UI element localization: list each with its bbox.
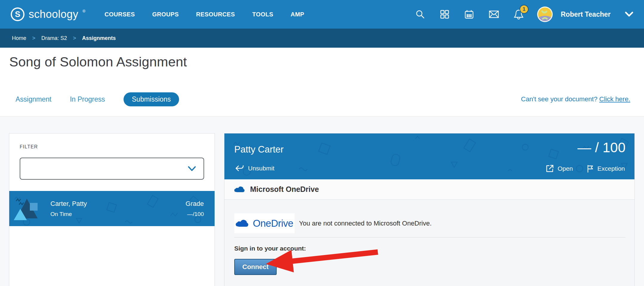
student-info: Carter, Patty On Time	[50, 200, 87, 217]
connect-button[interactable]: Connect	[234, 259, 277, 275]
onedrive-logo-cloud-icon	[235, 219, 250, 228]
open-label: Open	[557, 165, 573, 172]
grade-value: —/100	[186, 211, 204, 217]
filter-dropdown[interactable]	[20, 158, 204, 180]
help-link-text: Can't see your document?	[521, 95, 599, 103]
click-here-link[interactable]: Click here.	[599, 95, 630, 103]
breadcrumb: Home > Drama: S2 > Assignments	[0, 29, 644, 48]
top-navigation-bar: S schoology ® COURSES GROUPS RESOURCES T…	[0, 0, 644, 29]
grade-label: Grade	[186, 200, 204, 208]
messages-icon[interactable]	[489, 9, 499, 19]
account-chevron-down-icon[interactable]	[625, 12, 633, 17]
exception-label: Exception	[597, 165, 625, 172]
breadcrumb-separator: >	[32, 35, 36, 41]
assignment-thumbnail	[13, 195, 41, 223]
submission-actions: Open Exception	[546, 164, 625, 173]
divider	[234, 237, 625, 237]
onedrive-status-message: You are not connected to Microsoft OneDr…	[299, 220, 432, 227]
nav-item-groups[interactable]: GROUPS	[152, 11, 179, 18]
submission-header: Patty Carter Unsubmit — / 100	[224, 133, 634, 179]
nav-item-courses[interactable]: COURSES	[104, 11, 135, 18]
breadcrumb-course[interactable]: Drama: S2	[41, 35, 67, 41]
schoology-logo[interactable]: S schoology ®	[11, 7, 85, 22]
notification-badge: 1	[520, 5, 529, 14]
sign-in-label: Sign in to your account:	[234, 245, 625, 252]
unsubmit-button[interactable]: Unsubmit	[235, 164, 275, 172]
page-title: Song of Solomon Assignment	[9, 54, 187, 70]
calendar-icon[interactable]	[464, 9, 474, 19]
onedrive-connect-area: OneDrive You are not connected to Micros…	[224, 200, 634, 275]
tab-submissions[interactable]: Submissions	[124, 92, 179, 106]
undo-arrow-icon	[235, 164, 244, 172]
brand-name: schoology	[29, 7, 78, 22]
student-status: On Time	[50, 211, 87, 217]
onedrive-logo: OneDrive	[234, 213, 295, 233]
onedrive-cloud-icon	[234, 186, 246, 193]
breadcrumb-separator: >	[73, 35, 76, 41]
apps-grid-icon[interactable]	[440, 9, 450, 19]
onedrive-status-row: OneDrive You are not connected to Micros…	[234, 213, 625, 233]
schoology-s-icon: S	[11, 7, 24, 21]
student-filter-panel: FILTER	[9, 133, 215, 286]
breadcrumb-home[interactable]: Home	[12, 35, 26, 41]
open-external-icon	[546, 164, 554, 173]
unsubmit-label: Unsubmit	[248, 165, 275, 172]
nav-item-resources[interactable]: RESOURCES	[196, 11, 235, 18]
onedrive-section-title: Microsoft OneDrive	[250, 185, 319, 194]
chevron-down-icon	[187, 166, 196, 172]
student-row-carter-patty[interactable]: Carter, Patty On Time Grade —/100	[9, 191, 215, 226]
submission-score: — / 100	[577, 139, 625, 156]
student-name: Carter, Patty	[50, 200, 87, 208]
tab-in-progress[interactable]: In Progress	[70, 95, 105, 103]
nav-item-tools[interactable]: TOOLS	[252, 11, 273, 18]
submission-student-name: Patty Carter	[234, 144, 284, 155]
document-help-link: Can't see your document? Click here.	[521, 95, 630, 103]
search-icon[interactable]	[415, 9, 425, 19]
user-avatar[interactable]	[538, 7, 552, 21]
main-menu: COURSES GROUPS RESOURCES TOOLS AMP	[104, 11, 321, 18]
schoology-app: S schoology ® COURSES GROUPS RESOURCES T…	[0, 0, 644, 286]
nav-utilities: 1 Robert Teacher	[415, 7, 633, 21]
submission-panel: Patty Carter Unsubmit — / 100	[224, 133, 635, 286]
nav-item-amp[interactable]: AMP	[291, 11, 304, 18]
breadcrumb-assignments[interactable]: Assignments	[82, 35, 116, 41]
registered-mark: ®	[83, 7, 86, 16]
submissions-content-area: FILTER	[0, 116, 644, 286]
onedrive-section-header: Microsoft OneDrive	[224, 179, 634, 200]
onedrive-logo-text: OneDrive	[253, 218, 293, 229]
tab-assignment[interactable]: Assignment	[16, 95, 51, 103]
assignment-header-section: Song of Solomon Assignment Assignment In…	[0, 48, 644, 116]
assignment-tabs: Assignment In Progress Submissions	[16, 92, 179, 106]
student-grade: Grade —/100	[186, 200, 204, 217]
exception-button[interactable]: Exception	[587, 164, 625, 173]
notifications-bell-icon[interactable]: 1	[514, 9, 524, 20]
open-button[interactable]: Open	[546, 164, 573, 173]
filter-label: FILTER	[20, 144, 215, 150]
flag-icon	[587, 164, 594, 173]
user-name[interactable]: Robert Teacher	[561, 10, 611, 18]
